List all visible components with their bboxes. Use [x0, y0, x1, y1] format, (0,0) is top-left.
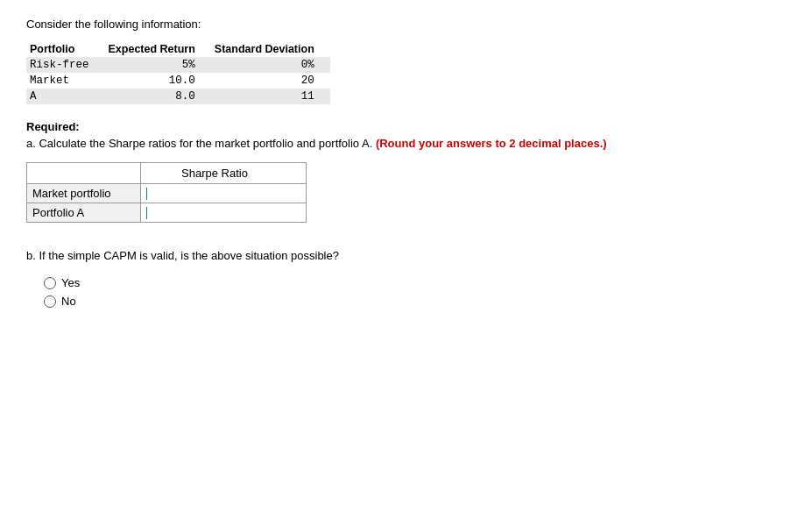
- return-a: 8.0: [105, 89, 211, 104]
- std-riskfree: 0%: [211, 57, 330, 73]
- question-a-note: (Round your answers to 2 decimal places.…: [376, 137, 607, 150]
- col-header-expected-return: Expected Return: [105, 41, 211, 57]
- required-label: Required:: [26, 120, 786, 133]
- table-row: Risk-free 5% 0%: [26, 57, 330, 73]
- radio-item-no[interactable]: No: [44, 295, 786, 308]
- col-header-std-deviation: Standard Deviation: [211, 41, 330, 57]
- info-table: Portfolio Expected Return Standard Devia…: [26, 41, 330, 104]
- radio-no-label: No: [61, 295, 76, 308]
- std-market: 20: [211, 73, 330, 89]
- portfolio-market: Market: [26, 73, 105, 89]
- sharpe-label-market: Market portfolio: [27, 184, 141, 203]
- cursor-market: [146, 188, 147, 200]
- sharpe-input-market[interactable]: [146, 187, 300, 200]
- sharpe-value-portfolio-a[interactable]: [141, 203, 307, 223]
- portfolio-a: A: [26, 89, 105, 104]
- question-b: b. If the simple CAPM is valid, is the a…: [26, 249, 786, 262]
- radio-yes-label: Yes: [61, 276, 80, 289]
- intro-text: Consider the following information:: [26, 18, 786, 31]
- return-market: 10.0: [105, 73, 211, 89]
- sharpe-input-portfolio-a[interactable]: [146, 206, 300, 219]
- sharpe-table: Sharpe Ratio Market portfolio Portfolio …: [26, 162, 307, 223]
- sharpe-row-portfolio-a: Portfolio A: [27, 203, 307, 223]
- table-row: A 8.0 11: [26, 89, 330, 104]
- sharpe-label-portfolio-a: Portfolio A: [27, 203, 141, 223]
- table-row: Market 10.0 20: [26, 73, 330, 89]
- col-header-portfolio: Portfolio: [26, 41, 105, 57]
- radio-item-yes[interactable]: Yes: [44, 276, 786, 289]
- sharpe-row-market: Market portfolio: [27, 184, 307, 203]
- return-riskfree: 5%: [105, 57, 211, 73]
- sharpe-ratio-header: Sharpe Ratio: [141, 163, 307, 184]
- question-a: a. Calculate the Sharpe ratios for the m…: [26, 137, 786, 150]
- sharpe-empty-header: [27, 163, 141, 184]
- std-a: 11: [211, 89, 330, 104]
- portfolio-riskfree: Risk-free: [26, 57, 105, 73]
- cursor-portfolio-a: [146, 207, 147, 219]
- sharpe-value-market[interactable]: [141, 184, 307, 203]
- radio-group: Yes No: [26, 276, 786, 308]
- radio-no[interactable]: [44, 295, 56, 308]
- question-a-prefix: a. Calculate the Sharpe ratios for the m…: [26, 137, 372, 150]
- radio-yes[interactable]: [44, 277, 56, 289]
